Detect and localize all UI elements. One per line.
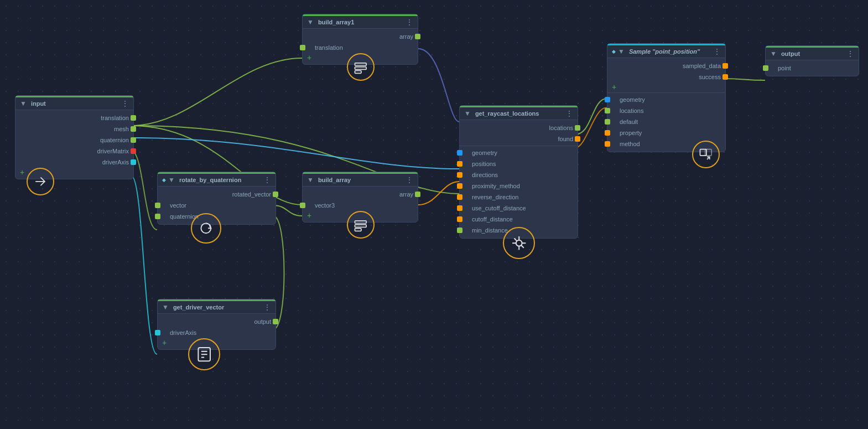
collapse-icon[interactable]: ▼	[307, 176, 314, 184]
port-property-in[interactable]	[605, 130, 610, 136]
port-cutoff-distance-in[interactable]	[457, 216, 462, 222]
port-row-use-cutoff: use_cutoff_distance	[460, 203, 578, 214]
port-row-quaternion: quaternion	[15, 135, 133, 146]
port-quaternion-in[interactable]	[155, 214, 160, 219]
add-port-button[interactable]: +	[607, 82, 725, 91]
node-menu-button[interactable]: ⋮	[846, 50, 854, 58]
node-title-label: get_driver_vector	[173, 304, 224, 311]
node-menu-button[interactable]: ⋮	[263, 176, 271, 184]
port-label: array	[399, 33, 413, 40]
port-label: locations	[620, 107, 643, 114]
port-row-locations: locations	[607, 105, 725, 116]
rotate-icon	[197, 220, 215, 237]
port-geometry-in[interactable]	[457, 150, 462, 156]
port-directions-in[interactable]	[457, 172, 462, 178]
port-label: property	[620, 130, 642, 136]
port-label: method	[620, 141, 640, 147]
port-label: use_cutoff_distance	[472, 205, 526, 211]
port-row-output: output	[158, 316, 276, 327]
collapse-icon[interactable]: ▼	[464, 110, 471, 117]
port-use-cutoff-in[interactable]	[457, 205, 462, 211]
port-label: driverAxis	[170, 329, 196, 336]
divider	[607, 92, 725, 93]
port-default-in[interactable]	[605, 119, 610, 125]
node-rotate-by-quaternion[interactable]: ◆ ▼ rotate_by_quaternion ⋮ rotated_vecto…	[157, 172, 276, 225]
node-input[interactable]: ▼ input ⋮ translation mesh quaternion	[15, 95, 134, 179]
svg-rect-0	[355, 63, 367, 66]
port-locations-in[interactable]	[605, 108, 610, 113]
port-mesh-out[interactable]	[131, 126, 136, 132]
sample-icon	[698, 147, 714, 162]
port-point-in[interactable]	[763, 65, 768, 71]
collapse-icon[interactable]: ▼	[307, 18, 314, 26]
port-driveraxis-in[interactable]	[155, 330, 160, 335]
node-title-bar: ▼ build_array1 ⋮	[303, 16, 418, 29]
port-found-out[interactable]	[575, 136, 580, 142]
node-title-label: input	[31, 100, 46, 107]
svg-rect-6	[355, 229, 361, 231]
collapse-icon[interactable]: ▼	[770, 50, 777, 58]
node-canvas[interactable]: ▼ input ⋮ translation mesh quaternion	[0, 0, 868, 429]
array-icon	[353, 59, 368, 75]
node-menu-button[interactable]: ⋮	[406, 176, 413, 184]
port-quaternion-out[interactable]	[131, 137, 136, 143]
port-array-out[interactable]	[415, 34, 420, 39]
port-translation-out[interactable]	[131, 115, 136, 121]
node-title-label: output	[781, 50, 800, 57]
port-translation-in[interactable]	[300, 45, 305, 50]
port-row-mesh: mesh	[15, 123, 133, 135]
port-row-rotated-vector: rotated_vector	[158, 189, 276, 200]
port-row-array: array	[303, 31, 418, 42]
port-label: vector	[170, 202, 186, 209]
node-get-raycast-locations[interactable]: ▼ get_raycast_locations ⋮ locations foun…	[459, 105, 578, 239]
collapse-icon[interactable]: ▼	[618, 48, 625, 55]
node-sample-point-position[interactable]: ◆ ▼ Sample "point_position" ⋮ sampled_da…	[607, 43, 726, 152]
collapse-icon[interactable]: ▼	[162, 303, 169, 311]
port-row-sampled-data: sampled_data	[607, 60, 725, 71]
node-build-array1[interactable]: ▼ build_array1 ⋮ array translation +	[302, 14, 418, 65]
port-min-distance-in[interactable]	[457, 228, 462, 233]
node-icon-sample	[692, 141, 720, 168]
port-label: min_distance	[472, 227, 508, 234]
raycast-icon	[510, 234, 528, 252]
node-build-array[interactable]: ▼ build_array ⋮ array vector3 +	[302, 172, 418, 223]
port-output-out[interactable]	[273, 319, 278, 324]
node-title-bar: ▼ get_raycast_locations ⋮	[460, 107, 578, 120]
svg-line-16	[514, 238, 517, 241]
port-locations-out[interactable]	[575, 125, 580, 131]
node-title-bar: ▼ get_driver_vector ⋮	[158, 301, 276, 314]
port-reverse-direction-in[interactable]	[457, 194, 462, 200]
port-success-out[interactable]	[723, 74, 728, 80]
port-label: mesh	[114, 126, 129, 132]
port-geometry-in[interactable]	[605, 97, 610, 102]
port-rotated-vector-out[interactable]	[273, 192, 278, 197]
node-menu-button[interactable]: ⋮	[565, 110, 573, 117]
node-get-driver-vector[interactable]: ▼ get_driver_vector ⋮ output driverAxis …	[157, 299, 276, 350]
collapse-icon[interactable]: ▼	[168, 176, 175, 184]
port-proximity-method-in[interactable]	[457, 183, 462, 189]
node-menu-button[interactable]: ⋮	[263, 303, 271, 311]
port-vector-in[interactable]	[155, 203, 160, 208]
port-sampled-data-out[interactable]	[723, 63, 728, 69]
svg-line-17	[521, 245, 524, 248]
port-vector3-in[interactable]	[300, 203, 305, 208]
port-row-success: success	[607, 71, 725, 82]
port-positions-in[interactable]	[457, 161, 462, 167]
port-driveraxis-out[interactable]	[131, 159, 136, 165]
node-menu-button[interactable]: ⋮	[121, 100, 129, 107]
port-drivermatrix-out[interactable]	[131, 148, 136, 154]
port-method-in[interactable]	[605, 141, 610, 147]
port-array-out[interactable]	[415, 192, 420, 197]
port-row-positions: positions	[460, 158, 578, 169]
node-icon-build-array1	[347, 53, 375, 81]
svg-rect-1	[355, 67, 367, 70]
node-menu-button[interactable]: ⋮	[713, 48, 721, 55]
port-row-translation: translation	[303, 42, 418, 53]
node-title-bar: ◆ ▼ Sample "point_position" ⋮	[607, 45, 725, 58]
collapse-icon[interactable]: ▼	[20, 100, 27, 107]
nodes-layer: ▼ input ⋮ translation mesh quaternion	[0, 0, 868, 429]
array-icon	[353, 217, 368, 232]
node-menu-button[interactable]: ⋮	[406, 18, 413, 26]
node-output[interactable]: ▼ output ⋮ point	[765, 45, 859, 76]
port-row-locations: locations	[460, 122, 578, 133]
